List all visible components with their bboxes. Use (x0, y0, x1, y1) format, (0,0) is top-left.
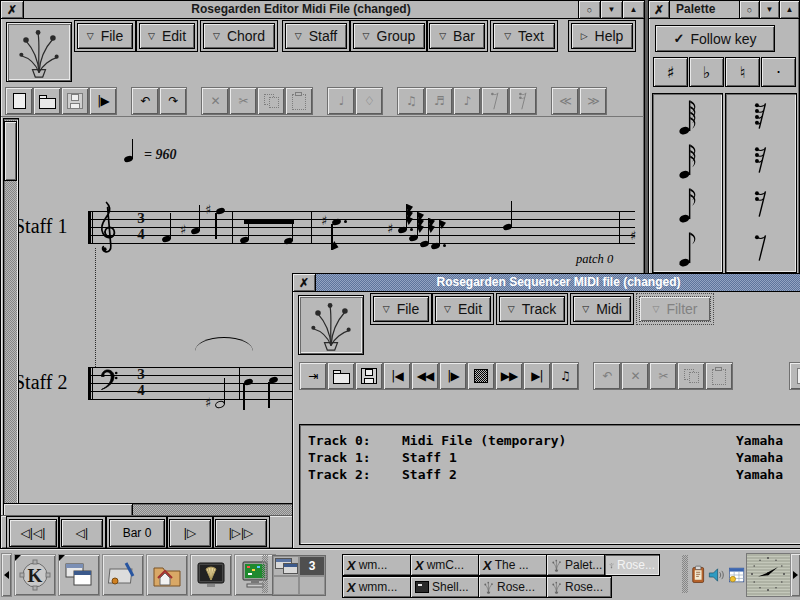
clipboard-icon[interactable] (690, 561, 706, 589)
check-icon: ✓ (673, 31, 684, 46)
menu-file[interactable]: ▽File (77, 23, 133, 49)
tool-import[interactable]: ⇥ (299, 362, 327, 390)
tool-note-beam8[interactable]: ♫ (551, 362, 579, 390)
note-duration-list[interactable] (652, 93, 723, 273)
display-settings-button[interactable] (234, 554, 276, 596)
shade-icon[interactable]: ○ (739, 1, 759, 18)
bar-indicator[interactable]: Bar 0 (109, 519, 165, 547)
maximize-icon[interactable]: ▲ (779, 1, 799, 18)
task-button-wm[interactable]: Xwm... (342, 554, 418, 576)
home-folder-button[interactable] (146, 554, 188, 596)
track-row[interactable]: Track 2:Staff 2Yamaha (300, 467, 800, 484)
task-button-the[interactable]: XThe ... (478, 554, 554, 576)
tool-stop[interactable] (467, 362, 495, 390)
new-file-icon (797, 368, 800, 384)
pager-desktop-1[interactable] (273, 556, 299, 576)
tool-skip-start[interactable]: |◀ (383, 362, 411, 390)
arrow-down-icon: ▽ (363, 32, 370, 41)
track-label: Track 0: (308, 433, 371, 448)
rest-duration-list[interactable] (725, 93, 797, 273)
tool-play[interactable]: |▶ (439, 362, 467, 390)
rosegarden-logo (298, 295, 364, 355)
task-button-rose[interactable]: Rose... (546, 576, 612, 598)
iconify-icon[interactable]: ▼ (759, 1, 779, 18)
rewind-bar-fast[interactable]: ◁|◁| (9, 519, 57, 547)
follow-key-checkbox[interactable]: ✓ Follow key (655, 25, 775, 52)
forward-bar-fast[interactable]: |▷|▷ (215, 519, 267, 547)
rest-icon (752, 187, 770, 221)
desktop-pager[interactable]: 3 (272, 555, 326, 596)
x11-icon: X (482, 559, 493, 572)
desktop-settings-button[interactable] (102, 554, 144, 596)
sharp-button[interactable]: ♯ (653, 57, 688, 87)
rest-32nd-item[interactable] (726, 138, 796, 182)
menu-bar[interactable]: ▽Bar (429, 23, 485, 49)
menu-edit[interactable]: ▽Edit (435, 296, 491, 322)
pager-desktop-4[interactable] (299, 576, 325, 596)
horizontal-scrollbar-thumb[interactable] (3, 503, 133, 517)
panel-hide-right-button[interactable] (790, 553, 800, 597)
time-signature-upper: 3 (133, 366, 149, 382)
track-row[interactable]: Track 1:Staff 1Yamaha (300, 450, 800, 467)
menu-edit[interactable]: ▽Edit (139, 23, 195, 49)
pager-desktop-3[interactable] (273, 576, 299, 596)
vertical-scrollbar-thumb[interactable] (4, 121, 17, 181)
menu-group[interactable]: ▽Group (353, 23, 425, 49)
tool-paste[interactable] (705, 362, 733, 390)
panel-hide-left-button[interactable] (1, 553, 12, 597)
note-16th-item[interactable] (653, 182, 722, 226)
menu-help[interactable]: ▷Help (571, 23, 633, 49)
tool-save-floppy[interactable] (355, 362, 383, 390)
flat-button[interactable]: ♭ (689, 57, 724, 87)
close-icon[interactable]: ✗ (293, 274, 316, 291)
task-button-wmc[interactable]: XwmC... (410, 554, 486, 576)
menu-staff[interactable]: ▽Staff (285, 23, 347, 49)
note-8th-item[interactable] (653, 226, 722, 270)
sequencer-titlebar[interactable]: ✗ Rosegarden Sequencer MIDI file (change… (293, 274, 800, 292)
tool-delete[interactable]: ✕ (621, 362, 649, 390)
dot-button[interactable]: · (761, 57, 796, 87)
note-64th-item[interactable] (653, 94, 722, 138)
menu-filter[interactable]: ▽Filter (639, 296, 711, 322)
task-button-wmm[interactable]: Xwmm... (342, 576, 418, 598)
task-button-rose[interactable]: Rose... (604, 554, 660, 576)
note-32nd-item[interactable] (653, 138, 722, 182)
volume-icon[interactable] (708, 562, 726, 588)
rewind-bar[interactable]: ◁| (61, 519, 103, 547)
palette-titlebar[interactable]: ✗ Palette ○ ▼ ▲ (649, 1, 799, 19)
menu-file[interactable]: ▽File (373, 296, 429, 322)
pager-desktop-2[interactable]: 3 (299, 556, 325, 576)
tool-cut[interactable]: ✂ (649, 362, 677, 390)
track-list[interactable]: Track 0:Midi File (temporary)YamahaTrack… (299, 424, 800, 545)
menu-midi[interactable]: ▽Midi (573, 296, 631, 322)
track-row[interactable]: Track 0:Midi File (temporary)Yamaha (300, 433, 800, 450)
tool-copy[interactable] (677, 362, 705, 390)
close-icon[interactable]: ✗ (649, 1, 670, 18)
window-list-button[interactable] (58, 554, 100, 596)
task-button-rose[interactable]: Rose... (478, 576, 554, 598)
task-button-palet[interactable]: Palet... (546, 554, 612, 576)
menu-track[interactable]: ▽Track (499, 296, 565, 322)
arrow-down-icon: ▽ (295, 32, 302, 41)
sharp-icon: ♯ (321, 214, 327, 227)
rest-16th-item[interactable] (726, 182, 796, 226)
sequencer-window: ✗ Rosegarden Sequencer MIDI file (change… (292, 273, 800, 551)
tool-rewind[interactable]: ◀◀ (411, 362, 439, 390)
menu-label: Group (377, 28, 416, 44)
menu-text[interactable]: ▽Text (493, 23, 555, 49)
arrow-down-icon: ▽ (444, 305, 451, 314)
menu-chord[interactable]: ▽Chord (203, 23, 275, 49)
tool-undo[interactable]: ↶ (593, 362, 621, 390)
forward-bar[interactable]: |▷ (169, 519, 211, 547)
tool-ffwd[interactable]: ▶▶ (495, 362, 523, 390)
rest-8th-item[interactable] (726, 226, 796, 270)
k-menu-button[interactable]: K (14, 554, 56, 596)
calendar-icon[interactable] (728, 562, 746, 588)
natural-button[interactable]: ♮ (725, 57, 760, 87)
tool-new-file[interactable] (789, 362, 800, 390)
rest-64th-item[interactable] (726, 94, 796, 138)
tool-open-folder[interactable] (327, 362, 355, 390)
terminal-button[interactable] (190, 554, 232, 596)
task-button-shell[interactable]: Shell... (410, 576, 486, 598)
tool-skip-end[interactable]: ▶| (523, 362, 551, 390)
